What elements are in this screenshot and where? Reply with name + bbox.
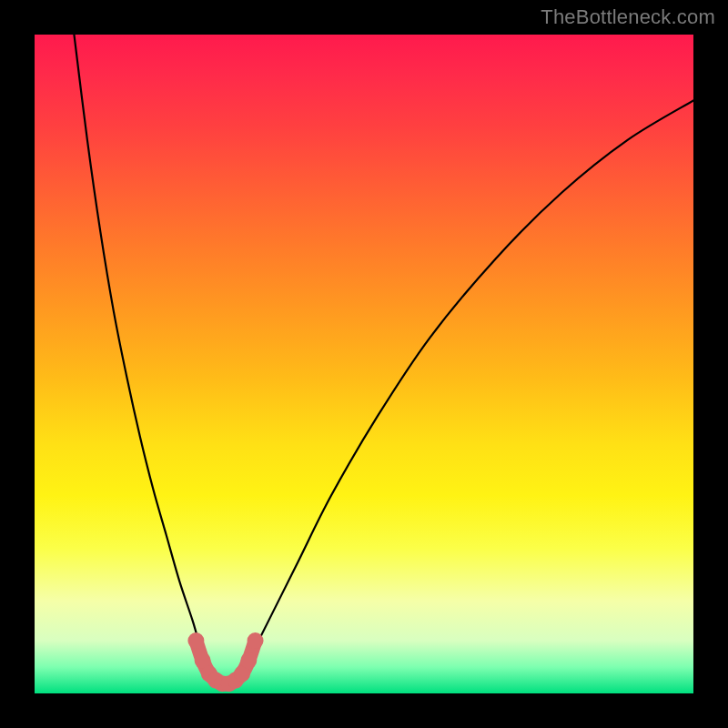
outer-frame: TheBottleneck.com xyxy=(0,0,728,728)
valley-highlight-dots xyxy=(187,632,263,692)
valley-dot xyxy=(240,652,257,669)
bottleneck-curve-path xyxy=(74,35,693,684)
valley-dot xyxy=(248,632,264,649)
plot-area xyxy=(35,35,693,693)
valley-dot xyxy=(187,632,204,649)
watermark-text: TheBottleneck.com xyxy=(541,5,715,29)
chart-svg xyxy=(35,35,693,693)
